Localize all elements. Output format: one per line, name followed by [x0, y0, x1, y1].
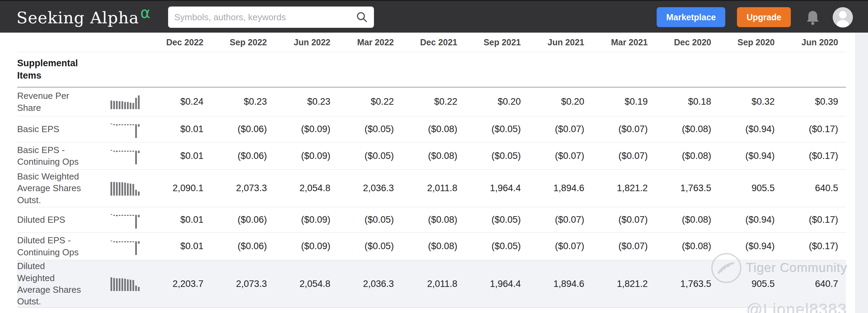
cell-value: $0.32 — [715, 96, 779, 107]
spark-bar — [132, 124, 134, 125]
spark-bar — [119, 241, 120, 242]
cell-value: ($0.07) — [525, 151, 588, 161]
spark-bar — [113, 151, 115, 152]
spark-bar — [135, 286, 137, 291]
spark-bar — [113, 101, 115, 109]
spark-bar — [119, 182, 120, 196]
spark-bar — [113, 241, 115, 242]
spark-bar — [138, 95, 140, 109]
cell-value: 1,821.2 — [588, 279, 652, 289]
spark-bar — [130, 184, 131, 196]
spark-bar — [124, 102, 126, 109]
cell-value: ($0.08) — [398, 151, 461, 161]
cell-value: ($0.08) — [652, 241, 715, 252]
cell-value: 1,964.4 — [461, 183, 525, 194]
spark-bar — [138, 151, 140, 153]
spark-bar — [135, 190, 137, 196]
cell-value: ($0.08) — [398, 241, 461, 252]
cell-value: 1,763.5 — [652, 279, 715, 289]
cell-value: ($0.05) — [461, 215, 525, 225]
spark-bar — [138, 287, 140, 291]
table-row: Basic EPS$0.01($0.06)($0.09)($0.05)($0.0… — [17, 116, 846, 142]
cell-value: $0.22 — [398, 96, 461, 107]
scrollbar-gutter[interactable] — [855, 33, 868, 313]
spark-bar — [130, 151, 131, 152]
sparkline — [110, 178, 144, 198]
spark-bar — [124, 279, 126, 291]
cell-value: ($0.05) — [461, 151, 525, 161]
cell-value: ($0.08) — [652, 151, 715, 161]
sparkline — [110, 92, 144, 112]
table-row: Basic EPS - Continuing Ops$0.01($0.06)($… — [17, 142, 846, 170]
cell-value: 2,054.8 — [271, 183, 335, 194]
spark-bar — [116, 124, 118, 126]
spark-bar — [116, 101, 118, 109]
cell-value: ($0.09) — [271, 124, 335, 135]
cell-value: ($0.07) — [588, 241, 652, 252]
sparkline — [110, 210, 144, 230]
spark-bar — [130, 280, 131, 291]
search-icon[interactable] — [356, 11, 368, 23]
cell-value: ($0.94) — [715, 215, 779, 225]
column-header-mar-2021: Mar 2021 — [588, 37, 652, 47]
cell-value: $0.01 — [144, 241, 208, 252]
cell-value: $0.23 — [271, 96, 335, 107]
cell-value: 640.7 — [779, 279, 842, 289]
spark-bar — [138, 124, 140, 127]
spark-bar — [124, 151, 126, 152]
cell-value: 905.5 — [715, 279, 779, 289]
spark-bar — [130, 215, 131, 216]
cell-value: ($0.94) — [715, 241, 779, 252]
spark-bar — [110, 241, 112, 241]
alpha-icon: α — [140, 5, 150, 20]
sparkline — [110, 274, 144, 294]
logo-text: Seeking Alpha — [16, 6, 139, 30]
spark-bar — [121, 241, 123, 242]
spark-bar — [132, 103, 134, 109]
spark-bar — [132, 280, 134, 291]
spark-bar — [119, 124, 120, 125]
cell-value: 2,090.1 — [144, 183, 208, 194]
column-header-jun-2022: Jun 2022 — [271, 37, 335, 47]
spark-bar — [116, 182, 118, 196]
cell-value: 2,011.8 — [398, 183, 461, 194]
column-header-sep-2022: Sep 2022 — [208, 37, 271, 47]
spark-bar — [121, 182, 123, 196]
seeking-alpha-logo[interactable]: Seeking Alpha α — [16, 6, 150, 30]
notifications-bell-icon[interactable] — [806, 10, 820, 26]
row-label: Revenue Per Share — [17, 90, 82, 114]
table-row: Diluted Weighted Average Shares Outst.2,… — [17, 260, 846, 308]
cell-value: 1,894.6 — [525, 279, 588, 289]
column-header-dec-2022: Dec 2022 — [144, 37, 208, 47]
user-avatar[interactable] — [833, 7, 853, 27]
marketplace-button[interactable]: Marketplace — [657, 7, 725, 27]
cell-value: ($0.05) — [461, 124, 525, 135]
cell-value: 1,894.6 — [525, 183, 588, 194]
search-input[interactable] — [174, 12, 356, 23]
cell-value: ($0.06) — [208, 241, 271, 252]
cell-value: ($0.94) — [715, 151, 779, 161]
spark-bar — [110, 182, 112, 196]
column-header-mar-2022: Mar 2022 — [335, 37, 398, 47]
spark-bar — [135, 124, 137, 138]
spark-bar — [121, 101, 123, 109]
cell-value: $0.01 — [144, 151, 208, 161]
column-header-jun-2020: Jun 2020 — [779, 37, 842, 47]
table-row: Diluted EPS - Continuing Ops$0.01($0.06)… — [17, 233, 846, 260]
cell-value: ($0.07) — [525, 241, 588, 252]
spark-bar — [130, 103, 131, 109]
sparkline — [110, 146, 144, 166]
cell-value: $0.01 — [144, 124, 208, 135]
cell-value: 905.5 — [715, 183, 779, 194]
spark-bar — [110, 277, 112, 291]
spark-bar — [135, 151, 137, 164]
spark-bar — [135, 98, 137, 109]
cell-value: ($0.05) — [335, 151, 398, 161]
cell-value: $0.19 — [588, 96, 652, 107]
cell-value: 1,763.5 — [652, 183, 715, 194]
column-header-dec-2021: Dec 2021 — [398, 37, 461, 47]
cell-value: ($0.05) — [335, 241, 398, 252]
upgrade-button[interactable]: Upgrade — [737, 7, 791, 27]
cell-value: 2,203.7 — [144, 279, 208, 289]
cell-value: 2,073.3 — [208, 183, 271, 194]
